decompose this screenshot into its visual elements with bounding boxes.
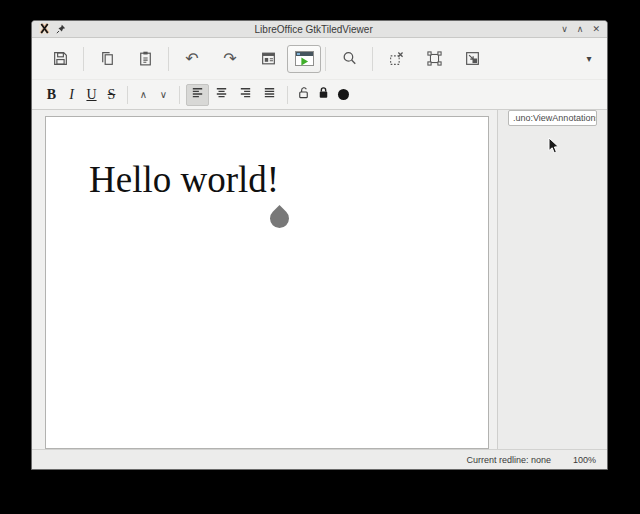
presentation-icon [295, 51, 314, 66]
zoom-icon [464, 50, 481, 67]
toolbar-separator [372, 47, 373, 71]
align-center-icon [214, 85, 229, 104]
deselect-button[interactable] [377, 42, 415, 76]
mouse-pointer-icon [548, 137, 560, 159]
zoom-button[interactable] [453, 42, 491, 76]
italic-button[interactable]: I [62, 84, 81, 106]
toolbar-separator [179, 86, 180, 104]
desktop-background: LibreOffice GtkTiledViewer ∨ ∧ ✕ [0, 0, 640, 514]
maximize-window-button[interactable]: ∧ [577, 21, 584, 38]
undo-icon: ↶ [185, 51, 198, 67]
document-viewport: Hello world! [32, 110, 498, 449]
align-left-button[interactable] [186, 84, 209, 106]
toolbar-separator [168, 47, 169, 71]
search-button[interactable] [330, 42, 368, 76]
underline-button[interactable]: U [82, 84, 101, 106]
unlock-button[interactable] [294, 84, 313, 106]
lock-open-icon [296, 85, 311, 104]
close-window-button[interactable]: ✕ [592, 21, 600, 38]
titlebar-app-icons [39, 20, 66, 38]
statusbar: Current redline: none 100% [32, 449, 607, 469]
x11-logo-icon [39, 20, 50, 38]
view-comments-icon [260, 50, 277, 67]
lock-closed-icon [316, 85, 331, 104]
content-area: Hello world! .uno:ViewAnnotations [32, 109, 607, 449]
document-text[interactable]: Hello world! [89, 161, 279, 198]
redo-icon: ↷ [223, 51, 236, 67]
superscript-button[interactable]: ∧ [134, 84, 153, 106]
titlebar[interactable]: LibreOffice GtkTiledViewer ∨ ∧ ✕ [32, 21, 607, 38]
align-justify-button[interactable] [258, 84, 281, 106]
zoom-level: 100% [573, 455, 596, 465]
toolbar-separator [127, 86, 128, 104]
copy-button[interactable] [88, 42, 126, 76]
toolbar-separator [325, 47, 326, 71]
lock-button[interactable] [314, 84, 333, 106]
paste-button[interactable] [126, 42, 164, 76]
strikethrough-button[interactable]: S [102, 84, 121, 106]
side-panel: .uno:ViewAnnotations [498, 110, 607, 449]
paste-icon [137, 50, 154, 67]
undo-button[interactable]: ↶ [173, 42, 211, 76]
bullet-button[interactable] [334, 84, 353, 106]
save-button[interactable] [41, 42, 79, 76]
toolbar-separator [287, 86, 288, 104]
shade-window-button[interactable]: ∨ [561, 21, 568, 38]
align-center-button[interactable] [210, 84, 233, 106]
toolbar-overflow-button[interactable]: ▾ [580, 53, 598, 64]
align-justify-icon [262, 85, 277, 104]
text-cursor-handle[interactable] [266, 205, 293, 232]
subscript-button[interactable]: ∨ [154, 84, 173, 106]
deselect-icon [388, 50, 405, 67]
presentation-button[interactable] [287, 45, 321, 73]
app-window: LibreOffice GtkTiledViewer ∨ ∧ ✕ [31, 20, 608, 470]
format-toolbar: B I U S ∧ ∨ [32, 80, 607, 109]
redo-button[interactable]: ↷ [211, 42, 249, 76]
window-controls: ∨ ∧ ✕ [561, 21, 600, 38]
align-right-icon [238, 85, 253, 104]
save-icon [52, 50, 69, 67]
toolbar-separator [83, 47, 84, 71]
uno-command-input[interactable]: .uno:ViewAnnotations [508, 110, 597, 126]
copy-icon [99, 50, 116, 67]
view-comments-button[interactable] [249, 42, 287, 76]
window-title: LibreOffice GtkTiledViewer [72, 21, 555, 38]
bold-button[interactable]: B [42, 84, 61, 106]
pin-icon [56, 20, 66, 38]
search-icon [341, 50, 358, 67]
align-right-button[interactable] [234, 84, 257, 106]
redline-status: Current redline: none [466, 455, 551, 465]
transform-frame-icon [426, 50, 443, 67]
document-page[interactable]: Hello world! [45, 116, 489, 449]
transform-frame-button[interactable] [415, 42, 453, 76]
main-toolbar: ↶ ↷ [32, 38, 607, 80]
align-left-icon [190, 85, 205, 104]
filled-circle-icon [338, 89, 349, 100]
